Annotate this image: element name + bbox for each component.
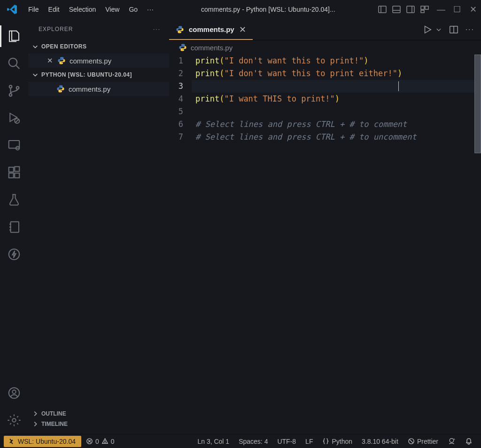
activity-search[interactable] (0, 50, 28, 77)
close-icon[interactable]: ✕ (47, 56, 54, 65)
status-spaces[interactable]: Spaces: 4 (234, 438, 272, 445)
open-editor-item[interactable]: ✕ comments.py (28, 54, 169, 68)
svg-rect-6 (421, 6, 424, 9)
status-line-col[interactable]: Ln 3, Col 1 (193, 438, 234, 445)
workspace-filename: comments.py (69, 85, 110, 93)
editor-more-icon[interactable]: ··· (465, 25, 474, 34)
code-line[interactable] (195, 80, 481, 93)
code-line[interactable]: # Select lines and press CTRL + # to com… (195, 118, 481, 131)
warning-icon (101, 438, 109, 445)
chevron-down-icon (32, 71, 39, 78)
git-branch-icon (7, 84, 21, 98)
notebook-icon (7, 220, 21, 234)
code-line[interactable]: print("I don't want this to print either… (195, 67, 481, 80)
run-debug-icon (7, 111, 21, 125)
tab-comments-py[interactable]: comments.py ✕ (169, 19, 253, 40)
svg-point-28 (12, 390, 16, 394)
breadcrumb[interactable]: comments.py (169, 40, 481, 55)
minimap-scroll-indicator[interactable] (474, 55, 481, 153)
svg-point-29 (12, 418, 16, 422)
error-icon (86, 438, 93, 445)
activity-run-debug[interactable] (0, 104, 28, 132)
run-icon[interactable] (422, 24, 433, 35)
menu-more-icon[interactable]: ··· (142, 4, 159, 15)
svg-point-36 (105, 442, 105, 443)
section-open-editors[interactable]: OPEN EDITORS (28, 39, 169, 54)
svg-point-26 (9, 249, 20, 260)
status-language[interactable]: Python (318, 438, 357, 445)
chevron-down-icon (32, 43, 39, 50)
status-interpreter[interactable]: 3.8.10 64-bit (357, 438, 403, 445)
tab-close-icon[interactable]: ✕ (239, 24, 246, 35)
status-feedback[interactable] (443, 437, 460, 445)
status-warnings-count: 0 (111, 438, 115, 445)
tab-bar: comments.py ✕ ··· (169, 19, 481, 40)
status-prettier[interactable]: Prettier (403, 438, 443, 445)
svg-point-9 (9, 58, 17, 67)
menu-view[interactable]: View (101, 4, 124, 15)
line-number: 7 (169, 131, 183, 143)
menu-file[interactable]: File (23, 4, 44, 15)
svg-rect-20 (15, 173, 19, 178)
status-notifications[interactable] (460, 438, 477, 445)
window-minimize-icon[interactable]: — (437, 5, 445, 15)
section-outline[interactable]: OUTLINE (32, 409, 165, 419)
code-line[interactable]: # Select lines and press CTRL + # to unc… (195, 131, 481, 143)
activity-thunder[interactable] (0, 241, 28, 268)
window-close-icon[interactable]: ✕ (469, 4, 477, 15)
user-icon (7, 386, 21, 400)
code-editor[interactable]: 1234567 print("I don't want this to prin… (169, 55, 481, 434)
activity-remote[interactable] (0, 132, 28, 159)
search-icon (7, 56, 21, 71)
section-workspace[interactable]: PYTHON [WSL: UBUNTU-20.04] (28, 68, 169, 82)
titlebar: File Edit Selection View Go ··· comments… (0, 0, 481, 19)
layout-panel-icon[interactable] (392, 5, 401, 14)
window-maximize-icon[interactable]: ☐ (453, 4, 461, 15)
bell-icon (465, 438, 473, 445)
activity-extensions[interactable] (0, 159, 28, 186)
status-encoding[interactable]: UTF-8 (272, 438, 301, 445)
workspace-file-item[interactable]: comments.py (28, 82, 169, 96)
status-remote[interactable]: WSL: Ubuntu-20.04 (4, 436, 81, 447)
activity-explorer[interactable] (0, 23, 28, 50)
braces-icon (322, 438, 329, 445)
line-gutter: 1234567 (169, 55, 192, 434)
activity-notebook[interactable] (0, 213, 28, 241)
svg-rect-2 (393, 6, 400, 13)
vscode-logo-icon (7, 4, 18, 15)
activity-account[interactable] (0, 379, 28, 407)
svg-point-39 (450, 439, 454, 443)
status-remote-label: WSL: Ubuntu-20.04 (18, 438, 76, 445)
status-errors-count: 0 (95, 438, 99, 445)
code-line[interactable] (195, 105, 481, 118)
section-outline-label: OUTLINE (41, 410, 66, 417)
tab-label: comments.py (189, 25, 234, 33)
activity-testing[interactable] (0, 186, 28, 213)
sidebar-more-icon[interactable]: ··· (153, 26, 161, 32)
layout-sidebar-right-icon[interactable] (406, 5, 415, 14)
code-line[interactable]: print("I don't want this to print!") (195, 55, 481, 67)
menu-go[interactable]: Go (124, 4, 142, 15)
sidebar-explorer: EXPLORER ··· OPEN EDITORS ✕ comments.py … (28, 19, 169, 434)
status-eol[interactable]: LF (301, 438, 318, 445)
activity-source-control[interactable] (0, 77, 28, 104)
status-language-label: Python (332, 438, 352, 445)
bolt-icon (7, 247, 21, 261)
activity-settings[interactable] (0, 407, 28, 434)
status-problems[interactable]: 0 0 (81, 438, 119, 445)
code-line[interactable]: print("I want THIS to print!") (195, 93, 481, 105)
menu-selection[interactable]: Selection (64, 4, 101, 15)
breadcrumb-label: comments.py (191, 44, 233, 52)
menu-edit[interactable]: Edit (44, 4, 64, 15)
svg-rect-18 (9, 167, 14, 172)
split-editor-icon[interactable] (449, 24, 459, 35)
layout-sidebar-left-icon[interactable] (378, 5, 387, 14)
layout-customize-icon[interactable] (420, 5, 429, 14)
line-number: 4 (169, 93, 183, 105)
window-title: comments.py - Python [WSL: Ubuntu-20.04]… (159, 6, 378, 13)
gear-icon (7, 413, 21, 427)
code-content[interactable]: print("I don't want this to print!")prin… (192, 55, 481, 434)
section-timeline[interactable]: TIMELINE (32, 419, 165, 429)
line-number: 2 (169, 67, 183, 80)
chevron-down-icon[interactable] (435, 26, 442, 33)
